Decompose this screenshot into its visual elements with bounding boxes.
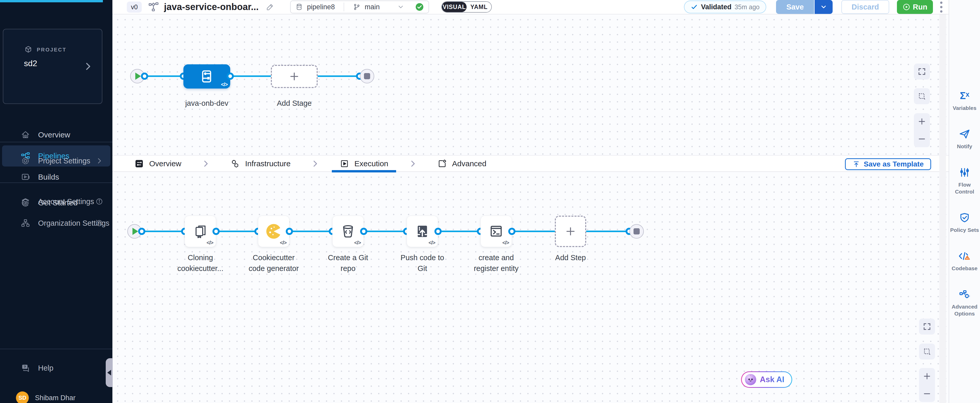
connector [141,73,148,80]
add-step-button[interactable] [555,216,586,247]
rail-item-codebase[interactable]: Codebase [950,250,980,272]
rail-label: Variables [953,105,977,112]
source-name[interactable]: pipeline8 [307,3,335,11]
branch-name[interactable]: main [365,3,380,11]
terminal-icon [488,223,504,239]
sidebar-item-organization-settings[interactable]: Organization Settings [0,213,112,234]
sidebar-item-label: Project Settings [38,157,90,165]
more-options-icon[interactable] [940,2,942,13]
run-button[interactable]: Run [897,0,933,14]
zoom-in-button[interactable] [923,371,932,381]
step-cookiecutter-code-generator[interactable]: </> [258,216,290,247]
cookie-icon [265,223,282,240]
step-label[interactable]: Cookiecuttercode generator [238,252,310,274]
variables-icon: Σˣ [960,89,969,102]
push-upload-icon [414,223,430,239]
execution-canvas-select-button[interactable] [919,344,935,360]
sidebar-item-help[interactable]: ? Help [0,357,112,379]
run-label: Run [913,3,927,11]
source-branch-selector: pipeline8 main [290,0,429,13]
discard-button[interactable]: Discard [842,0,889,14]
save-button[interactable]: Save [776,0,814,14]
pipeline-header: v0 java-service-onboar... pipeline8 main [112,0,949,14]
code-chip: </> [428,240,435,246]
chevron-right-icon [409,159,417,168]
sidebar-item-label: Account Settings [38,198,94,206]
edit-pencil-icon[interactable] [266,2,275,11]
toggle-visual[interactable]: VISUAL [442,2,466,12]
info-icon [95,198,103,205]
tab-infrastructure[interactable]: Infrastructure [223,155,298,172]
flow-control-sliders-icon [959,166,970,178]
rail-item-policy-sets[interactable]: Policy Sets [950,212,980,233]
upload-icon [853,160,860,168]
rail-label: Codebase [952,265,977,272]
help-chat-icon: ? [21,363,30,373]
rail-item-variables[interactable]: Σˣ Variables [950,89,980,112]
project-selector[interactable]: PROJECT sd2 [3,29,102,104]
add-step-label[interactable]: Add Step [535,252,606,263]
execution-end-node [629,224,644,239]
rail-item-flow-control[interactable]: Flow Control [950,166,980,195]
validated-label: Validated [701,3,732,11]
step-label[interactable]: Create a Gitrepo [312,252,384,274]
tab-execution[interactable]: Execution [332,155,396,172]
add-stage-button[interactable] [271,65,318,88]
save-as-template-label: Save as Template [864,160,924,168]
add-stage-label[interactable]: Add Stage [258,98,330,108]
main-scrollbar [939,14,946,403]
tab-overview[interactable]: Overview [127,155,189,172]
sidebar-item-account-settings[interactable]: Account Settings [0,191,112,212]
chevron-down-icon[interactable] [397,3,404,11]
play-icon [135,73,141,80]
stage-name-label[interactable]: java-onb-dev [171,98,243,108]
rail-item-advanced-options[interactable]: Advanced Options [950,288,980,317]
user-menu[interactable]: SD Shibam Dhar [0,387,112,403]
svg-text:?: ? [24,365,26,369]
sidebar-item-project-settings[interactable]: Project Settings [0,150,112,171]
execution-canvas-zoom-control [919,368,935,402]
project-cube-icon [24,45,33,54]
connector [360,228,367,235]
collapse-arrow-icon [107,370,111,376]
step-label[interactable]: create andregister entity [460,252,532,274]
tab-label: Overview [149,159,181,168]
step-push-code-to-git[interactable]: </> [407,216,438,247]
save-as-template-button[interactable]: Save as Template [845,158,931,170]
policy-shield-check-icon [959,212,970,224]
zoom-out-button[interactable] [917,134,926,143]
step-cloning-cookiecutter[interactable]: </> [185,216,216,247]
ask-ai-button[interactable]: Ask AI [741,371,792,388]
tab-advanced[interactable]: Advanced [430,155,494,172]
chevron-right-icon[interactable] [83,61,93,72]
save-dropdown-button[interactable] [815,0,833,14]
rail-label: Advanced Options [950,303,980,317]
zoom-in-button[interactable] [917,117,926,126]
execution-canvas-fullscreen-button[interactable] [919,319,935,335]
stage-canvas-select-button[interactable] [914,88,930,104]
check-icon [690,3,698,11]
step-label[interactable]: Push code toGit [387,252,458,274]
connector [138,228,145,235]
notify-paper-plane-icon [959,128,970,140]
chevron-right-icon [95,157,103,165]
step-create-git-repo[interactable]: </> [332,216,364,247]
stage-canvas-fullscreen-button[interactable] [914,64,930,80]
rail-item-notify[interactable]: Notify [950,128,980,150]
builds-icon [21,172,30,182]
git-branch-icon [353,3,361,11]
step-label[interactable]: Cloningcookiecutter... [164,252,236,274]
zoom-out-button[interactable] [923,389,932,398]
stage-node-java-onb-dev[interactable]: </> [183,64,230,89]
sidebar-item-label: Builds [38,173,59,182]
toggle-yaml[interactable]: YAML [466,2,491,12]
sidebar-collapse-handle[interactable] [106,358,113,387]
execution-canvas[interactable]: </> Cloningcookiecutter... </> Cookiecut… [112,172,949,403]
step-create-and-register-entity[interactable]: </> [480,216,512,247]
rail-label: Flow Control [950,181,980,195]
code-chip: </> [280,240,286,246]
connector [227,73,234,80]
stage-end-node [360,69,374,83]
stage-canvas[interactable]: </> java-onb-dev Add Stage [112,14,949,155]
code-chip: </> [354,240,361,246]
